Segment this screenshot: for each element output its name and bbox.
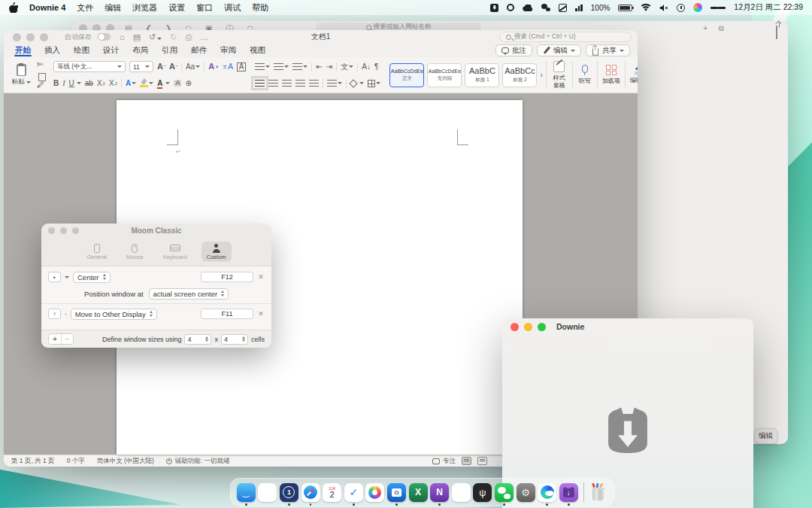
- cloud-status-icon[interactable]: [523, 5, 533, 11]
- strikethrough-icon[interactable]: ab: [85, 80, 93, 87]
- language-status[interactable]: 简体中文 (中国大陆): [97, 457, 154, 466]
- dock-trash[interactable]: [589, 483, 607, 502]
- superscript-icon[interactable]: X2: [109, 80, 117, 87]
- switcher-icon[interactable]: [710, 6, 726, 10]
- dock-todo[interactable]: ✓: [344, 483, 363, 502]
- dock-downie[interactable]: ↓: [559, 483, 578, 502]
- dock-wechat[interactable]: [495, 483, 514, 502]
- font-color-icon[interactable]: A: [157, 80, 170, 87]
- dock-usb-drive[interactable]: ψ: [473, 483, 492, 502]
- highlight-icon[interactable]: [140, 79, 153, 87]
- zoom-button[interactable]: [538, 323, 546, 331]
- tab-general[interactable]: General: [81, 242, 112, 262]
- siri-icon[interactable]: [693, 3, 702, 12]
- action-select-move-display[interactable]: Move to Other Display: [71, 309, 157, 320]
- character-border-icon[interactable]: A: [237, 62, 247, 71]
- font-size-select[interactable]: 11: [129, 61, 153, 72]
- text-effects-icon[interactable]: A: [126, 80, 136, 87]
- battery-icon[interactable]: [618, 5, 632, 11]
- dock-1password[interactable]: [280, 483, 298, 502]
- align-right-icon[interactable]: [282, 80, 292, 87]
- position-select[interactable]: actual screen center: [149, 288, 229, 300]
- copy-icon[interactable]: [37, 71, 43, 78]
- focus-mode-button[interactable]: 专注: [432, 457, 456, 466]
- tab-mailings[interactable]: 邮件: [184, 44, 214, 57]
- menu-edit[interactable]: 编辑: [105, 2, 121, 14]
- tab-review[interactable]: 审阅: [214, 44, 243, 57]
- menubar-clock[interactable]: 12月2日 周二 22:39: [734, 2, 803, 13]
- font-name-select[interactable]: 等线 (中文...: [53, 61, 126, 72]
- word-search-field[interactable]: 搜索 (Cmd + Ctrl + U): [499, 32, 632, 42]
- dock-excel[interactable]: X: [409, 483, 428, 502]
- disclosure-icon[interactable]: ›: [65, 311, 67, 318]
- clear-shortcut-icon[interactable]: ✕: [257, 310, 265, 318]
- grid-cols-select[interactable]: 4: [184, 334, 211, 345]
- multilevel-list-icon[interactable]: [292, 63, 308, 70]
- dock-finder[interactable]: [237, 483, 256, 502]
- increase-indent-icon[interactable]: ⇥: [326, 63, 332, 71]
- wechat-status-icon[interactable]: [541, 4, 550, 11]
- shortcut-field-f11[interactable]: F11: [201, 309, 253, 319]
- bullets-icon[interactable]: [255, 63, 270, 70]
- menu-debug[interactable]: 调试: [224, 2, 241, 14]
- bold-icon[interactable]: B: [53, 80, 59, 87]
- action-select-center[interactable]: Center: [73, 272, 111, 283]
- editor-button[interactable]: 编辑器: [629, 65, 638, 84]
- dock-launchpad[interactable]: [258, 483, 277, 502]
- clear-shortcut-icon[interactable]: ✕: [257, 273, 265, 281]
- disclosure-icon[interactable]: [65, 276, 69, 278]
- tab-references[interactable]: 引用: [155, 44, 184, 57]
- share-button[interactable]: 共享: [586, 44, 630, 56]
- tab-design[interactable]: 设计: [96, 44, 126, 57]
- style-normal[interactable]: AaBbCcDdEe正文: [389, 63, 424, 87]
- justify-icon[interactable]: [295, 80, 305, 87]
- paste-button[interactable]: 粘贴: [8, 59, 34, 91]
- blocker-status-icon[interactable]: [507, 4, 514, 11]
- change-case-icon[interactable]: Aa: [186, 63, 200, 71]
- dock-system-settings[interactable]: ⚙: [517, 483, 535, 502]
- close-button[interactable]: [511, 323, 519, 331]
- style-heading2[interactable]: AaBbCc标题 2: [502, 63, 537, 87]
- new-tab-icon[interactable]: +: [703, 24, 707, 33]
- add-button[interactable]: +: [49, 334, 61, 344]
- dock-outlook[interactable]: [387, 483, 406, 502]
- tab-view[interactable]: 视图: [243, 44, 272, 57]
- menu-browser[interactable]: 浏览器: [132, 2, 157, 14]
- minimize-button[interactable]: [524, 323, 532, 331]
- accessibility-status[interactable]: 辅助功能: 一切就绪: [166, 457, 230, 466]
- shrink-font-icon[interactable]: Aˇ: [169, 62, 177, 71]
- comments-button[interactable]: 批注: [495, 44, 532, 56]
- dock-safari[interactable]: [301, 483, 320, 502]
- menu-app-name[interactable]: Downie 4: [29, 3, 65, 12]
- underline-icon[interactable]: U: [69, 80, 81, 87]
- edit-button[interactable]: 编辑: [754, 428, 777, 444]
- line-spacing-icon[interactable]: [327, 80, 342, 87]
- addins-button[interactable]: 加载项: [601, 65, 622, 84]
- tab-draw[interactable]: 绘图: [67, 44, 96, 57]
- apple-menu-icon[interactable]: [9, 2, 18, 13]
- tab-home[interactable]: 开始: [8, 44, 38, 57]
- show-marks-icon[interactable]: ¶: [374, 63, 378, 71]
- cut-icon[interactable]: ✄: [37, 61, 44, 68]
- remove-button[interactable]: −: [61, 334, 73, 344]
- grid-rows-select[interactable]: 4: [221, 334, 248, 345]
- notes-status-icon[interactable]: [559, 4, 567, 12]
- command-icon-button[interactable]: ▪: [48, 272, 61, 282]
- dock-onenote[interactable]: N: [430, 483, 449, 502]
- menu-settings[interactable]: 设置: [168, 2, 185, 14]
- tab-overview-icon[interactable]: ⧉: [719, 24, 724, 33]
- dock-calendar[interactable]: 12月 2: [323, 483, 341, 502]
- editing-mode-button[interactable]: 编辑: [537, 44, 581, 56]
- distribute-icon[interactable]: [309, 80, 319, 87]
- tab-custom[interactable]: Custom: [201, 242, 232, 262]
- tab-insert[interactable]: 插入: [38, 44, 67, 57]
- align-left-icon[interactable]: [255, 80, 265, 87]
- styles-gallery-more-icon[interactable]: ›: [540, 71, 542, 79]
- align-center-icon[interactable]: [268, 80, 278, 87]
- share-icon[interactable]: [776, 26, 777, 39]
- print-layout-view-button[interactable]: [462, 457, 471, 465]
- paragraph-shading-icon[interactable]: [350, 81, 364, 87]
- time-machine-icon[interactable]: [677, 4, 685, 12]
- borders-icon[interactable]: [368, 80, 380, 87]
- stats-status-icon[interactable]: [575, 5, 583, 11]
